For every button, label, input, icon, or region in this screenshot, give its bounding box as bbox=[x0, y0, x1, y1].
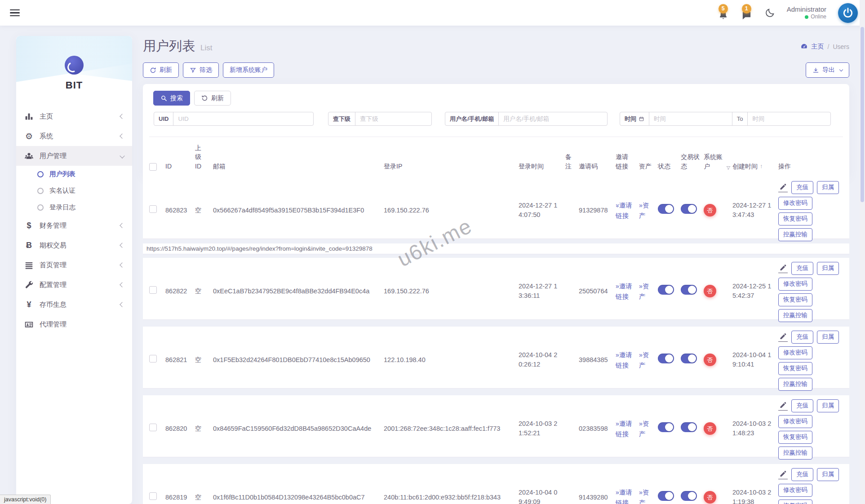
column-header-invite_link: 邀请链接 bbox=[616, 152, 639, 171]
assets-link[interactable]: »资产 bbox=[639, 419, 658, 439]
column-header-parent_id: 上级ID bbox=[195, 143, 213, 171]
recharge-button[interactable]: 充值 bbox=[791, 181, 813, 194]
trade-status-toggle[interactable] bbox=[681, 491, 697, 501]
restore-password-button[interactable]: 恢复密码 bbox=[778, 500, 812, 504]
system-account-badge: 否 bbox=[704, 422, 716, 435]
invite-link[interactable]: »邀请链接 bbox=[616, 281, 639, 301]
belong-button[interactable]: 归属 bbox=[817, 399, 839, 412]
select-all-checkbox[interactable] bbox=[149, 163, 157, 171]
assets-link[interactable]: »资产 bbox=[639, 487, 658, 504]
funnel-icon bbox=[190, 67, 196, 74]
notifications-button[interactable]: 5 bbox=[718, 5, 729, 21]
row-checkbox[interactable] bbox=[149, 424, 157, 431]
account-input[interactable] bbox=[499, 112, 607, 125]
invite-link[interactable]: »邀请链接 bbox=[616, 200, 639, 221]
edit-button[interactable] bbox=[778, 470, 788, 479]
row-checkbox[interactable] bbox=[149, 205, 157, 213]
search-refresh-button[interactable]: 刷新 bbox=[194, 91, 231, 106]
sidebar-item-home[interactable]: 主页 bbox=[16, 106, 132, 126]
time-from-input[interactable] bbox=[649, 112, 732, 125]
sidebar-item-agent[interactable]: 代理管理 bbox=[16, 314, 132, 334]
hamburger-menu-icon[interactable] bbox=[10, 9, 20, 17]
change-password-button[interactable]: 修改密码 bbox=[778, 346, 812, 359]
row-checkbox[interactable] bbox=[149, 492, 157, 500]
control-win-lose-button[interactable]: 控赢控输 bbox=[778, 228, 812, 241]
change-password-button[interactable]: 修改密码 bbox=[778, 197, 812, 210]
status-toggle[interactable] bbox=[658, 422, 674, 432]
search-button[interactable]: 搜索 bbox=[153, 91, 190, 106]
row-checkbox[interactable] bbox=[149, 355, 157, 363]
trade-status-toggle[interactable] bbox=[681, 285, 697, 295]
scrollbar-thumb[interactable] bbox=[861, 27, 864, 202]
restore-password-button[interactable]: 恢复密码 bbox=[778, 212, 812, 225]
recharge-button[interactable]: 充值 bbox=[791, 468, 813, 481]
status-toggle[interactable] bbox=[658, 285, 674, 295]
status-toggle[interactable] bbox=[658, 354, 674, 363]
recharge-button[interactable]: 充值 bbox=[791, 331, 813, 344]
belong-button[interactable]: 归属 bbox=[817, 181, 839, 194]
sidebar-item-user-management[interactable]: 用户管理 bbox=[16, 146, 132, 166]
trade-status-toggle[interactable] bbox=[681, 422, 697, 432]
uid-input[interactable] bbox=[173, 112, 313, 125]
assets-link[interactable]: »资产 bbox=[639, 200, 658, 221]
sidebar-item-kyc[interactable]: 实名认证 bbox=[16, 182, 132, 199]
dark-mode-toggle[interactable] bbox=[764, 8, 775, 18]
sidebar-item-options-trading[interactable]: Ƀ期权交易 bbox=[16, 235, 132, 255]
sidebar-item-config[interactable]: 配置管理 bbox=[16, 275, 132, 295]
change-password-button[interactable]: 修改密码 bbox=[778, 278, 812, 291]
restore-password-button[interactable]: 恢复密码 bbox=[778, 362, 812, 375]
cell-login-ip: 169.150.222.76 bbox=[384, 206, 519, 216]
refresh-button[interactable]: 刷新 bbox=[143, 62, 179, 78]
sidebar-subitem-label: 用户列表 bbox=[49, 170, 75, 178]
trade-status-toggle[interactable] bbox=[681, 354, 697, 363]
invite-link[interactable]: »邀请链接 bbox=[616, 350, 639, 370]
sidebar-item-finance[interactable]: $财务管理 bbox=[16, 216, 132, 235]
sidebar-item-login-logs[interactable]: 登录日志 bbox=[16, 199, 132, 216]
invite-link[interactable]: »邀请链接 bbox=[616, 419, 639, 439]
recharge-button[interactable]: 充值 bbox=[791, 399, 813, 412]
filter-button[interactable]: 筛选 bbox=[183, 62, 219, 78]
add-system-account-button[interactable]: 新增系统账户 bbox=[223, 62, 274, 78]
belong-button[interactable]: 归属 bbox=[817, 262, 839, 275]
assets-link[interactable]: »资产 bbox=[639, 281, 658, 301]
assets-link[interactable]: »资产 bbox=[639, 350, 658, 370]
belong-button[interactable]: 归属 bbox=[817, 468, 839, 481]
sidebar-item-staking[interactable]: ¥存币生息 bbox=[16, 295, 132, 314]
breadcrumb-home-link[interactable]: 主页 bbox=[812, 43, 824, 51]
time-to-input[interactable] bbox=[748, 112, 830, 125]
sidebar-item-system[interactable]: ⚙系统 bbox=[16, 126, 132, 146]
sidebar-item-homepage[interactable]: 首页管理 bbox=[16, 255, 132, 275]
belong-button[interactable]: 归属 bbox=[817, 331, 839, 344]
control-win-lose-button[interactable]: 控赢控输 bbox=[778, 447, 812, 460]
sub-input[interactable] bbox=[355, 112, 431, 125]
chevron-left-icon bbox=[120, 114, 124, 119]
sidebar-subitem-label: 登录日志 bbox=[49, 203, 75, 212]
restore-password-button[interactable]: 恢复密码 bbox=[778, 293, 812, 306]
cell-trade-status bbox=[681, 491, 704, 504]
edit-button[interactable] bbox=[778, 183, 788, 192]
cell-created: 2024-10-03 21:19:38 bbox=[732, 488, 778, 504]
cell-actions: 充值归属修改密码恢复密码控赢控输 bbox=[778, 177, 843, 244]
row-checkbox[interactable] bbox=[149, 286, 157, 294]
sort-ascending-icon[interactable]: ↑ bbox=[760, 162, 763, 171]
status-toggle[interactable] bbox=[658, 491, 674, 501]
control-win-lose-button[interactable]: 控赢控输 bbox=[778, 378, 812, 391]
edit-button[interactable] bbox=[778, 401, 788, 411]
recharge-button[interactable]: 充值 bbox=[791, 262, 813, 275]
status-toggle[interactable] bbox=[658, 204, 674, 214]
cell-invite-code: 25050764 bbox=[579, 287, 616, 296]
control-win-lose-button[interactable]: 控赢控输 bbox=[778, 309, 812, 322]
messages-button[interactable]: 1 bbox=[741, 5, 753, 21]
column-label: 邀请码 bbox=[579, 162, 598, 171]
avatar[interactable] bbox=[838, 3, 858, 23]
sidebar-item-user-list[interactable]: 用户列表 bbox=[16, 166, 132, 182]
invite-link[interactable]: »邀请链接 bbox=[616, 487, 639, 504]
change-password-button[interactable]: 修改密码 bbox=[778, 415, 812, 428]
change-password-button[interactable]: 修改密码 bbox=[778, 484, 812, 497]
trade-status-toggle[interactable] bbox=[681, 204, 697, 214]
restore-password-button[interactable]: 恢复密码 bbox=[778, 431, 812, 444]
export-button[interactable]: 导出 bbox=[806, 62, 849, 78]
user-menu[interactable]: Administrator Online bbox=[787, 5, 826, 21]
edit-button[interactable] bbox=[778, 264, 788, 273]
edit-button[interactable] bbox=[778, 332, 788, 342]
